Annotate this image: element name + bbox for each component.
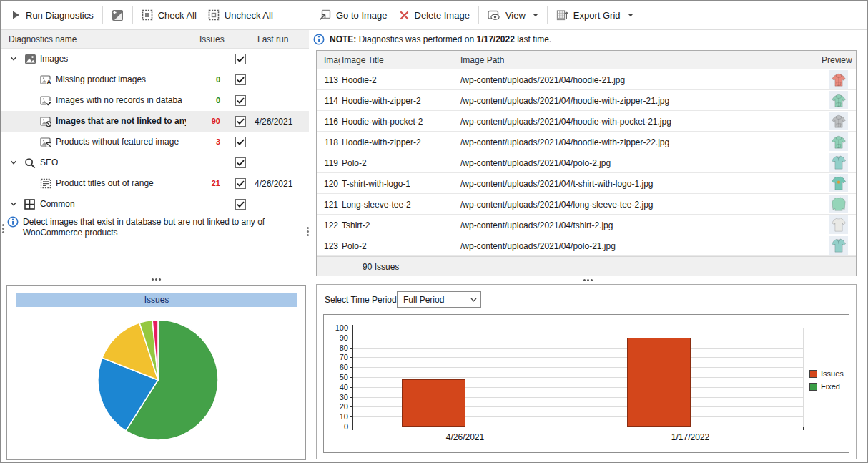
diagnostics-columns-header: Diagnostics name Issues Last run [1, 30, 309, 49]
image-id: 120 [317, 179, 338, 189]
image-id: 116 [317, 117, 338, 127]
issues-swatch [809, 370, 817, 378]
last-run-date: 4/26/2021 [255, 179, 292, 189]
delete-x-icon [399, 10, 410, 21]
chevron-expanded-icon[interactable] [10, 200, 17, 208]
tree-checkbox[interactable] [235, 74, 246, 85]
y-tick-label: 90 [324, 333, 348, 342]
check-all-button[interactable]: Check All [136, 4, 202, 26]
time-period-select[interactable]: Full Period [397, 291, 481, 308]
go-to-image-button[interactable]: Go to Image [313, 4, 393, 26]
grid-body: 113Hoodie-2/wp-content/uploads/2021/04/h… [317, 69, 856, 256]
image-preview-thumbnail[interactable] [829, 132, 848, 151]
pie-chart-title: Issues [16, 293, 297, 307]
diagnostic-description: Detect images that exist in database but… [7, 216, 302, 238]
table-row-polo-2[interactable]: 119Polo-2/wp-content/uploads/2021/04/pol… [317, 152, 856, 173]
right-horizontal-splitter-grip[interactable] [587, 279, 589, 281]
legend-fixed-label: Fixed [821, 382, 840, 391]
table-row-hoodie-with-zipper-2[interactable]: 114Hoodie-with-zipper-2/wp-content/uploa… [317, 90, 856, 111]
run-diagnostics-button[interactable]: Run Diagnostics [5, 4, 99, 26]
image-id: 121 [317, 200, 338, 210]
delete-image-button[interactable]: Delete Image [393, 4, 475, 26]
tree-row-images[interactable]: Images [1, 49, 309, 69]
column-image-id[interactable]: Image I [324, 55, 340, 65]
legend-issues-label: Issues [821, 369, 844, 378]
tree-row-images-with-no-records-in-databa[interactable]: Images with no records in databa0 [1, 90, 309, 111]
info-icon [7, 216, 19, 228]
tree-row-seo[interactable]: SEO [1, 152, 309, 173]
tree-row-images-that-are-not-linked-to-any[interactable]: Images that are not linked to any904/26/… [1, 111, 309, 132]
image-no-records-icon [40, 95, 51, 106]
left-horizontal-splitter-grip[interactable] [155, 278, 157, 281]
diagnostics-window: Run Diagnostics Check All Uncheck All Go… [0, 0, 868, 463]
left-splitter-grip[interactable] [2, 224, 4, 226]
image-title: Polo-2 [342, 241, 367, 251]
table-row-hoodie-2[interactable]: 113Hoodie-2/wp-content/uploads/2021/04/h… [317, 69, 856, 90]
tree-checkbox[interactable] [235, 137, 246, 147]
column-last-run: Last run [257, 34, 288, 44]
chevron-expanded-icon[interactable] [10, 159, 17, 166]
legend-item-fixed: Fixed [809, 382, 844, 391]
image-id: 118 [317, 137, 338, 147]
view-dropdown-button[interactable]: View [482, 4, 544, 26]
tree-row-common[interactable]: Common [1, 194, 309, 215]
column-image-title[interactable]: Image Title [342, 55, 384, 65]
image-preview-thumbnail[interactable] [829, 153, 848, 172]
image-title: Hoodie-with-zipper-2 [342, 96, 421, 106]
tree-checkbox[interactable] [235, 95, 246, 106]
check-all-icon [142, 9, 153, 21]
tree-checkbox[interactable] [235, 116, 246, 127]
tree-checkbox[interactable] [235, 178, 246, 189]
image-featured-icon [40, 137, 51, 147]
delete-image-label: Delete Image [415, 10, 470, 21]
issues-count: 0 [187, 75, 220, 84]
issues-pie-chart [94, 316, 222, 444]
tree-row-product-titles-out-of-range[interactable]: Product titles out of range214/26/2021 [1, 173, 309, 194]
uncheck-all-button[interactable]: Uncheck All [202, 4, 279, 26]
note-date: 1/17/2022 [476, 34, 514, 44]
table-row-tshirt-2[interactable]: 122Tshirt-2/wp-content/uploads/2021/04/t… [317, 215, 856, 235]
image-preview-thumbnail[interactable] [829, 91, 848, 109]
image-preview-thumbnail[interactable] [829, 70, 848, 89]
image-preview-thumbnail[interactable] [829, 236, 848, 255]
export-grid-dropdown-button[interactable]: Export Grid [551, 4, 639, 26]
image-title: Hoodie-with-zipper-2 [342, 137, 421, 147]
toolbar-separator [132, 6, 133, 24]
tree-label: Images with no records in databa [56, 95, 182, 105]
table-row-long-sleeve-tee-2[interactable]: 121Long-sleeve-tee-2/wp-content/uploads/… [317, 194, 856, 215]
image-title: T-shirt-with-logo-1 [342, 179, 410, 189]
tree-checkbox[interactable] [235, 54, 246, 64]
tree-label: Common [40, 199, 75, 209]
table-row-polo-2[interactable]: 123Polo-2/wp-content/uploads/2021/04/pol… [317, 235, 856, 256]
y-tick-label: 60 [324, 363, 348, 371]
table-row-hoodie-with-pocket-2[interactable]: 116Hoodie-with-pocket-2/wp-content/uploa… [317, 111, 856, 132]
image-preview-thumbnail[interactable] [829, 215, 848, 234]
header-divider [819, 53, 819, 67]
image-path: /wp-content/uploads/2021/04/hoodie-with-… [460, 137, 669, 147]
svg-text:A: A [46, 79, 51, 85]
chevron-expanded-icon[interactable] [10, 55, 17, 62]
image-preview-thumbnail[interactable] [829, 112, 848, 130]
run-options-button[interactable] [106, 4, 129, 26]
header-divider [458, 53, 458, 67]
image-preview-thumbnail[interactable] [829, 195, 848, 213]
panel-splitter-grip[interactable] [307, 227, 309, 229]
tree-checkbox[interactable] [235, 199, 246, 210]
column-preview[interactable]: Preview [822, 55, 852, 65]
legend-item-issues: Issues [809, 369, 844, 378]
tree-row-products-without-featured-image[interactable]: Products without featured image3 [1, 132, 309, 152]
issues-count: 0 [187, 96, 220, 104]
tree-checkbox[interactable] [235, 157, 246, 168]
product-titles-icon [40, 178, 51, 189]
image-preview-thumbnail[interactable] [829, 174, 848, 192]
y-tick-label: 80 [324, 343, 348, 352]
image-id: 123 [317, 241, 338, 251]
table-row-t-shirt-with-logo-1[interactable]: 120T-shirt-with-logo-1/wp-content/upload… [317, 173, 856, 194]
tree-row-missing-product-images[interactable]: AMissing product images0 [1, 69, 309, 90]
go-to-image-label: Go to Image [336, 10, 388, 21]
image-path: /wp-content/uploads/2021/04/hoodie-with-… [460, 96, 669, 106]
column-image-path[interactable]: Image Path [460, 55, 504, 65]
image-path: /wp-content/uploads/2021/04/hoodie-21.jp… [460, 75, 625, 85]
plot-right-edge [803, 328, 804, 427]
table-row-hoodie-with-zipper-2[interactable]: 118Hoodie-with-zipper-2/wp-content/uploa… [317, 132, 856, 152]
